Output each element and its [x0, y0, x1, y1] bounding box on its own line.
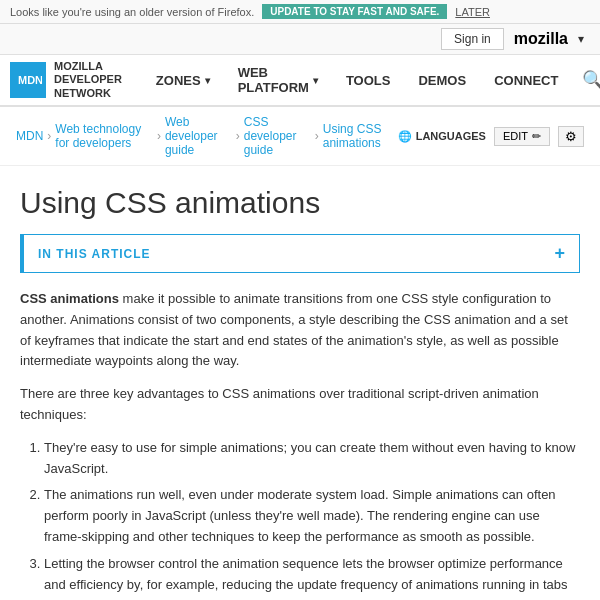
- update-button[interactable]: UPDATE TO STAY FAST AND SAFE.: [262, 4, 447, 19]
- edit-button[interactable]: EDIT ✏: [494, 127, 550, 146]
- firefox-message: Looks like you're using an older version…: [10, 6, 254, 18]
- list-item: They're easy to use for simple animation…: [44, 438, 580, 480]
- breadcrumb-web-tech[interactable]: Web technology for developers: [55, 122, 153, 150]
- firefox-update-bar: Looks like you're using an older version…: [0, 0, 600, 24]
- svg-text:MDN: MDN: [18, 74, 42, 86]
- bc-sep2: ›: [157, 129, 161, 143]
- page-title: Using CSS animations: [20, 186, 580, 220]
- later-button[interactable]: LATER: [455, 6, 490, 18]
- nav-zones[interactable]: ZONES ▾: [142, 54, 224, 106]
- list-item: The animations run well, even under mode…: [44, 485, 580, 547]
- breadcrumb-css-guide[interactable]: CSS developer guide: [244, 115, 311, 157]
- breadcrumb-mdn[interactable]: MDN: [16, 129, 43, 143]
- mdn-logo[interactable]: MDN MOZILLA DEVELOPER NETWORK: [10, 60, 122, 100]
- breadcrumb: MDN › Web technology for developers › We…: [0, 107, 600, 166]
- mdn-logo-text: MOZILLA DEVELOPER NETWORK: [54, 60, 122, 100]
- edit-label: EDIT: [503, 130, 528, 142]
- zones-arrow: ▾: [205, 75, 210, 86]
- mdn-logo-icon: MDN: [10, 62, 46, 98]
- mozilla-logo: mozilla: [514, 30, 568, 48]
- bc-sep4: ›: [315, 129, 319, 143]
- nav-web-platform[interactable]: WEB PLATFORM ▾: [224, 54, 332, 106]
- content-area: Using CSS animations IN THIS ARTICLE + C…: [0, 166, 600, 600]
- advantages-list: They're easy to use for simple animation…: [44, 438, 580, 600]
- intro-paragraph: CSS animations make it possible to anima…: [20, 289, 580, 372]
- nav-connect[interactable]: CONNECT: [480, 54, 572, 106]
- search-icon[interactable]: 🔍: [572, 69, 600, 91]
- nav-tools[interactable]: TOOLS: [332, 54, 405, 106]
- content-body: CSS animations make it possible to anima…: [20, 289, 580, 600]
- bc-sep3: ›: [236, 129, 240, 143]
- edit-icon: ✏: [532, 130, 541, 143]
- sign-in-button[interactable]: Sign in: [441, 28, 504, 50]
- toc-box[interactable]: IN THIS ARTICLE +: [20, 234, 580, 273]
- bc-sep1: ›: [47, 129, 51, 143]
- nav-items: ZONES ▾ WEB PLATFORM ▾ TOOLS DEMOS CONNE…: [142, 54, 573, 106]
- css-animations-term: CSS animations: [20, 291, 119, 306]
- main-nav: MDN MOZILLA DEVELOPER NETWORK ZONES ▾ WE…: [0, 55, 600, 107]
- web-platform-arrow: ▾: [313, 75, 318, 86]
- advantages-intro: There are three key advantages to CSS an…: [20, 384, 580, 426]
- globe-icon: 🌐: [398, 130, 412, 143]
- toc-expand-icon: +: [554, 243, 565, 264]
- toc-label: IN THIS ARTICLE: [38, 247, 151, 261]
- breadcrumb-web-dev-guide[interactable]: Web developer guide: [165, 115, 232, 157]
- gear-icon: ⚙: [565, 129, 577, 144]
- top-bar: Sign in mozilla ▾: [0, 24, 600, 55]
- nav-demos[interactable]: DEMOS: [404, 54, 480, 106]
- breadcrumb-left: MDN › Web technology for developers › We…: [16, 115, 394, 157]
- mozilla-dropdown-arrow[interactable]: ▾: [578, 32, 584, 46]
- breadcrumb-current[interactable]: Using CSS animations: [323, 122, 394, 150]
- gear-button[interactable]: ⚙: [558, 126, 584, 147]
- breadcrumb-right: 🌐 LANGUAGES EDIT ✏ ⚙: [398, 126, 584, 147]
- list-item: Letting the browser control the animatio…: [44, 554, 580, 600]
- languages-button[interactable]: 🌐 LANGUAGES: [398, 130, 486, 143]
